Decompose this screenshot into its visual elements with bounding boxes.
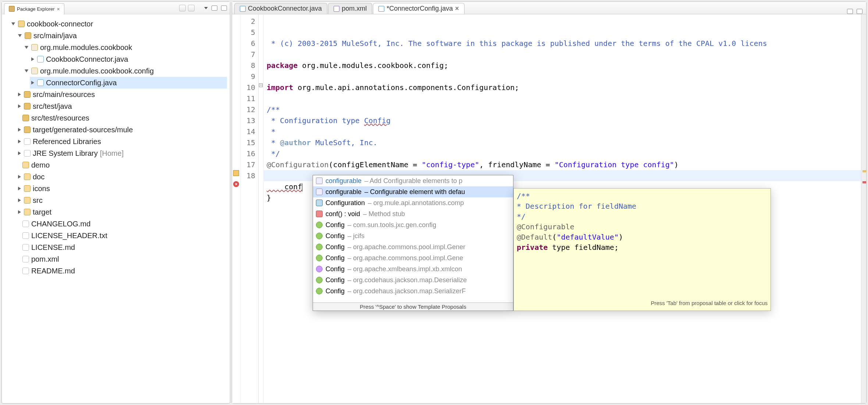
- minimize-button[interactable]: [211, 6, 217, 11]
- proposal-item[interactable]: Config – org.codehaus.jackson.map.Serial…: [313, 286, 513, 297]
- java-file-icon: [378, 6, 384, 12]
- class-icon: [316, 233, 323, 239]
- proposal-item[interactable]: configurable – Add Configurable elements…: [313, 175, 513, 186]
- connector-config-file-node[interactable]: ConnectorConfig.java: [30, 77, 227, 89]
- proposal-item[interactable]: Configuration – org.mule.api.annotations…: [313, 197, 513, 208]
- editor-toolbar: [846, 9, 866, 14]
- package-explorer-toolbar: [179, 5, 230, 11]
- fold-column: −: [259, 14, 264, 403]
- close-icon[interactable]: ×: [57, 6, 60, 12]
- file-icon: [22, 268, 29, 274]
- package-explorer-panel: Package Explorer × cookbook-connector sr…: [1, 1, 230, 404]
- package-explorer-icon: [9, 6, 15, 12]
- editor-tab-connector-config[interactable]: *ConnectorConfig.java×: [373, 3, 465, 14]
- method-stub-icon: [316, 211, 323, 217]
- java-file-icon: [37, 79, 44, 86]
- package-tree[interactable]: cookbook-connector src/main/java org.mul…: [2, 14, 230, 403]
- javadoc-body: /** * Description for fieldName */ @Conf…: [517, 191, 768, 298]
- collapse-all-button[interactable]: [179, 5, 186, 11]
- license-file-node[interactable]: LICENSE.md: [17, 241, 227, 253]
- proposal-item-selected[interactable]: configurable – Configurable element with…: [313, 186, 513, 197]
- ruler-error-mark[interactable]: [862, 181, 866, 183]
- referenced-libraries-node[interactable]: Referenced Libraries: [17, 136, 227, 147]
- text-cursor: [302, 183, 302, 191]
- marker-column: ×: [232, 14, 241, 403]
- pom-file-node[interactable]: pom.xml: [17, 253, 227, 265]
- minimize-button[interactable]: [847, 9, 853, 14]
- java-file-icon: [37, 56, 44, 62]
- src-main-resources-node[interactable]: src/main/resources: [17, 89, 227, 100]
- package-explorer-title: Package Explorer: [17, 6, 55, 12]
- proposal-item[interactable]: conf() : void – Method stub: [313, 208, 513, 219]
- package-explorer-header: Package Explorer ×: [2, 2, 230, 14]
- line-number-gutter: 2 5 6 7 8 9 10 11 12 13 14 15 16 17 18: [241, 14, 259, 403]
- src-test-resources-node[interactable]: src/test/resources: [17, 112, 227, 124]
- maximize-button[interactable]: [857, 9, 862, 14]
- folder-icon: [24, 197, 31, 204]
- package-explorer-tab[interactable]: Package Explorer ×: [4, 3, 64, 14]
- src-main-java-node[interactable]: src/main/java: [17, 30, 227, 42]
- java-file-icon: [240, 6, 246, 12]
- target-folder-node[interactable]: target: [17, 206, 227, 218]
- class-icon: [316, 277, 323, 283]
- template-icon: [316, 189, 323, 195]
- target-generated-node[interactable]: target/generated-sources/mule: [17, 124, 227, 136]
- source-folder-icon: [24, 103, 31, 110]
- view-menu-icon[interactable]: [204, 7, 208, 9]
- cookbook-connector-file-node[interactable]: CookbookConnector.java: [30, 53, 227, 65]
- annotation-icon: [316, 200, 323, 206]
- editor-tabbar: CookbookConnector.java pom.xml *Connecto…: [232, 2, 866, 14]
- error-marker-icon[interactable]: ×: [233, 181, 239, 187]
- source-folder-icon: [25, 32, 31, 39]
- ruler-warning-mark[interactable]: [862, 170, 866, 172]
- proposal-item[interactable]: Config – com.sun.tools.jxc.gen.config: [313, 219, 513, 230]
- doc-folder-node[interactable]: doc: [17, 171, 227, 183]
- package-cookbook-config-node[interactable]: org.mule.modules.cookbook.config: [23, 65, 227, 77]
- content-assist-footer: Press '^Space' to show Template Proposal…: [313, 302, 513, 311]
- editor-tab-cookbook-connector[interactable]: CookbookConnector.java: [234, 3, 327, 14]
- proposal-item[interactable]: Config – org.apache.xmlbeans.impl.xb.xml…: [313, 264, 513, 275]
- folder-icon: [24, 185, 31, 192]
- package-icon: [31, 68, 38, 74]
- editor-tab-pom[interactable]: pom.xml: [328, 3, 372, 14]
- content-assist-popup[interactable]: configurable – Add Configurable elements…: [313, 175, 513, 311]
- src-folder-node[interactable]: src: [17, 194, 227, 206]
- proposal-item[interactable]: Config – org.apache.commons.pool.impl.Ge…: [313, 252, 513, 264]
- proposal-item[interactable]: Config – org.apache.commons.pool.impl.Ge…: [313, 241, 513, 252]
- close-icon[interactable]: ×: [455, 5, 459, 12]
- javadoc-popup[interactable]: /** * Description for fieldName */ @Conf…: [513, 188, 771, 311]
- icons-folder-node[interactable]: icons: [17, 183, 227, 194]
- library-icon: [24, 150, 31, 157]
- source-folder-icon: [24, 91, 31, 98]
- project-icon: [18, 21, 25, 27]
- proposal-item[interactable]: Config – org.codehaus.jackson.map.Deseri…: [313, 275, 513, 286]
- demo-folder-node[interactable]: demo: [17, 159, 227, 171]
- overview-ruler[interactable]: [861, 14, 866, 403]
- readme-file-node[interactable]: README.md: [17, 265, 227, 277]
- folder-icon: [24, 209, 31, 215]
- file-icon: [22, 221, 29, 227]
- project-node[interactable]: cookbook-connector: [10, 18, 227, 30]
- link-editor-button[interactable]: [188, 5, 195, 11]
- javadoc-footer: Press 'Tab' from proposal table or click…: [517, 298, 768, 308]
- interface-icon: [316, 266, 323, 272]
- maximize-button[interactable]: [221, 6, 227, 11]
- license-header-file-node[interactable]: LICENSE_HEADER.txt: [17, 230, 227, 241]
- xml-file-icon: [334, 6, 339, 12]
- template-icon: [316, 178, 323, 184]
- class-icon: [316, 244, 323, 250]
- proposal-item[interactable]: Config – jcifs: [313, 230, 513, 241]
- class-icon: [316, 222, 323, 228]
- workbench: Package Explorer × cookbook-connector sr…: [0, 0, 868, 405]
- folder-icon: [24, 173, 31, 180]
- src-test-java-node[interactable]: src/test/java: [17, 100, 227, 112]
- package-icon: [31, 44, 38, 51]
- package-cookbook-node[interactable]: org.mule.modules.cookbook: [23, 42, 227, 53]
- fold-toggle-icon[interactable]: −: [259, 83, 263, 87]
- content-assist-list[interactable]: configurable – Add Configurable elements…: [313, 175, 513, 302]
- source-folder-icon: [24, 126, 31, 133]
- jre-system-library-node[interactable]: JRE System Library [Home]: [17, 147, 227, 159]
- library-icon: [24, 138, 31, 145]
- warning-marker-icon[interactable]: [233, 170, 239, 176]
- changelog-file-node[interactable]: CHANGELOG.md: [17, 218, 227, 230]
